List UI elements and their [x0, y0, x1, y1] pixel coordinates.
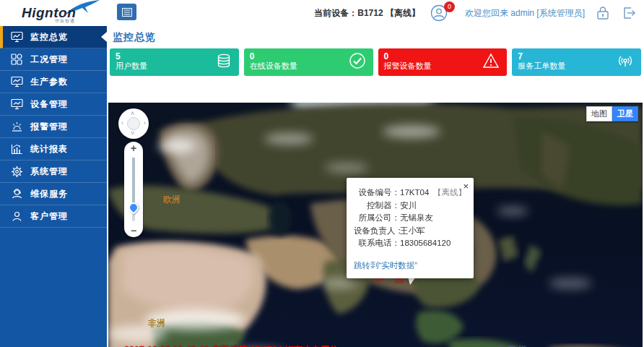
- hamburger-icon: [122, 8, 132, 17]
- map-type-map-button[interactable]: 地图: [586, 106, 612, 121]
- logout-icon: [622, 6, 636, 20]
- map-type-control: 地图 卫星: [586, 106, 638, 121]
- gear-icon: [10, 165, 23, 178]
- zoom-in-button[interactable]: +: [124, 142, 143, 155]
- map-pan-control[interactable]: ˄ ˅ ‹ ›: [118, 108, 149, 139]
- top-header: Hignton 华辰智通 当前设备：B1712 【离线】 0 欢迎您回来 adm…: [0, 0, 644, 26]
- zoom-fill: [132, 158, 135, 208]
- popup-row-label: 联系电话：: [354, 237, 400, 250]
- pan-center[interactable]: [127, 117, 140, 130]
- logo: Hignton 华辰智通: [0, 0, 107, 26]
- sidebar-item-label: 生产参数: [30, 76, 68, 88]
- pan-right-icon[interactable]: ›: [144, 120, 146, 127]
- logout-button[interactable]: [621, 5, 637, 21]
- person-icon: [10, 210, 23, 223]
- sidebar-item-label: 设备管理: [30, 98, 68, 111]
- pan-left-icon[interactable]: ‹: [121, 120, 123, 127]
- welcome-text: 欢迎您回来 admin [系统管理员]: [465, 7, 585, 20]
- popup-row-value: 18305684120: [400, 237, 451, 250]
- sidebar-item-monitor-overview[interactable]: 监控总览: [0, 26, 107, 48]
- warning-triangle-icon: [482, 53, 500, 72]
- popup-row: 设备负责人： 王小军: [354, 225, 466, 238]
- map-zoom-control: + −: [124, 142, 143, 237]
- popup-row: 设备编号： 17KT04 【离线】: [354, 187, 466, 200]
- card-users[interactable]: 5 用户数量: [110, 48, 239, 76]
- device-monitor-icon: [10, 98, 23, 111]
- zoom-out-button[interactable]: −: [124, 224, 143, 237]
- world-map[interactable]: 欧洲 中 国 非洲 太平洋 ˄ ˅ ‹ › + − 地图 卫星 ×: [108, 103, 643, 347]
- card-alarm-devices[interactable]: 0 报警设备数量: [378, 48, 508, 76]
- lock-icon: [596, 6, 609, 20]
- check-circle-icon: [349, 52, 366, 72]
- alarm-lamp-icon: [10, 120, 23, 133]
- database-icon: [216, 53, 232, 72]
- sidebar-toggle-button[interactable]: [117, 4, 136, 20]
- lock-button[interactable]: [595, 5, 611, 21]
- pan-up-icon[interactable]: ˄: [131, 111, 134, 117]
- zoom-track[interactable]: [132, 158, 135, 221]
- sidebar-item-label: 工况管理: [30, 53, 68, 66]
- pan-down-icon[interactable]: ˅: [131, 130, 134, 137]
- popup-row-value: 王小军: [400, 225, 425, 238]
- sidebar-nav: 监控总览 工况管理 生产参数 设备管理 报警管理 统计报表 系统管理: [0, 26, 107, 347]
- sidebar-item-label: 系统管理: [30, 166, 68, 178]
- sidebar-item-system-management[interactable]: 系统管理: [0, 160, 107, 183]
- sidebar-item-label: 报警管理: [30, 121, 68, 133]
- sidebar-item-label: 监控总览: [30, 31, 68, 43]
- broadcast-icon: [617, 52, 634, 72]
- popup-row-label: 设备负责人：: [354, 225, 400, 238]
- sidebar-item-alarm-management[interactable]: 报警管理: [0, 116, 107, 138]
- close-icon[interactable]: ×: [463, 181, 469, 191]
- zoom-slider-thumb[interactable]: [126, 200, 141, 215]
- popup-row: 所属公司： 无锡泉友: [354, 212, 466, 225]
- sidebar-item-label: 维保服务: [30, 188, 68, 200]
- page-title: 监控总览: [107, 26, 644, 48]
- main-content: 监控总览 5 用户数量 0 在线设备数量 0 报警设备数量 7 服务工单数量: [107, 26, 644, 347]
- notification-badge: 0: [444, 1, 455, 12]
- sidebar-item-label: 统计报表: [30, 143, 68, 155]
- card-service-orders[interactable]: 7 服务工单数量: [512, 48, 641, 76]
- popup-row-value: 17KT04: [400, 187, 429, 200]
- popup-row: 联系电话： 18305684120: [354, 237, 466, 250]
- popup-row-value: 无锡泉友: [400, 212, 433, 225]
- logo-subtext: 华辰智通: [55, 18, 75, 25]
- current-device-status: 【离线】: [386, 8, 420, 18]
- current-device-text: 当前设备：B1712: [314, 8, 383, 18]
- monitor-overview-icon: [10, 30, 23, 43]
- popup-row-label: 控制器：: [354, 200, 400, 213]
- realtime-data-link[interactable]: 跳转到“实时数据”: [354, 260, 417, 271]
- popup-row: 控制器： 安川: [354, 200, 466, 213]
- production-monitor-icon: [10, 75, 23, 88]
- sidebar-item-label: 客户管理: [30, 210, 68, 223]
- sidebar-item-maintenance-service[interactable]: 维保服务: [0, 183, 107, 205]
- sidebar-item-device-management[interactable]: 设备管理: [0, 93, 107, 116]
- sidebar-item-working-condition[interactable]: 工况管理: [0, 48, 107, 71]
- sidebar-item-customer-management[interactable]: 客户管理: [0, 205, 107, 228]
- bar-chart-icon: [10, 142, 23, 155]
- alarm-ticker-text: 2017-10-13 13:40:42 华西焊管 17KT24 锯车未在零位: [124, 344, 339, 347]
- current-device: 当前设备：B1712 【离线】: [314, 7, 420, 20]
- grid-icon: [10, 53, 23, 66]
- popup-row-value: 安川: [400, 200, 417, 213]
- popup-row-label: 设备编号：: [354, 187, 400, 200]
- card-online-devices[interactable]: 0 在线设备数量: [244, 48, 373, 76]
- map-type-satellite-button[interactable]: 卫星: [612, 106, 638, 121]
- username: admin [系统管理员]: [510, 8, 585, 18]
- popup-row-status: 【离线】: [433, 187, 466, 200]
- sidebar-item-statistics-report[interactable]: 统计报表: [0, 138, 107, 160]
- alarm-ticker: 2017-10-13 13:40:42 华西焊管 17KT24 锯车未在零位: [114, 344, 339, 347]
- notifications[interactable]: 0: [430, 4, 455, 22]
- popup-row-label: 所属公司：: [354, 212, 400, 225]
- sidebar-item-production-params[interactable]: 生产参数: [0, 71, 107, 93]
- device-info-popup: × 设备编号： 17KT04 【离线】 控制器： 安川 所属公司： 无锡泉友 设…: [347, 178, 474, 278]
- stat-cards: 5 用户数量 0 在线设备数量 0 报警设备数量 7 服务工单数量: [107, 48, 644, 76]
- welcome-prefix: 欢迎您回来: [465, 8, 508, 18]
- headset-person-icon: [10, 187, 23, 200]
